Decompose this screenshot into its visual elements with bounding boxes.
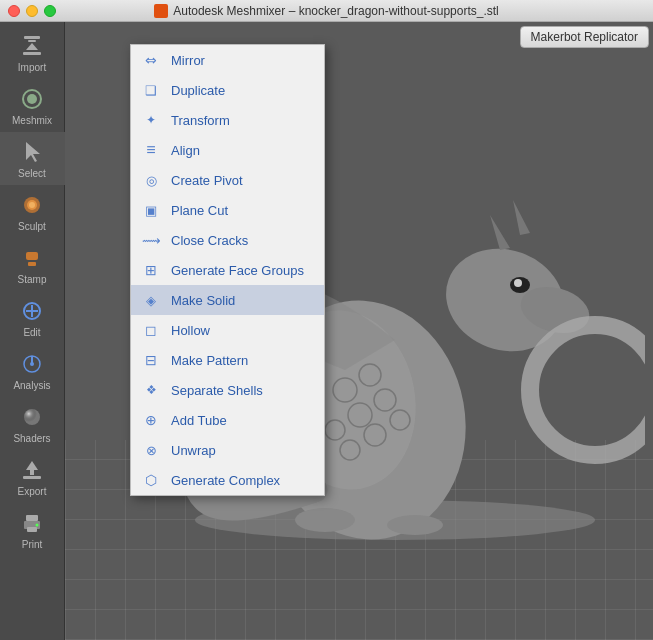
shells-icon <box>141 380 161 400</box>
svg-rect-22 <box>30 470 34 475</box>
svg-point-17 <box>30 362 34 366</box>
app-icon <box>154 4 168 18</box>
menu-label-makepattern: Make Pattern <box>171 353 248 368</box>
complex-icon <box>141 470 161 490</box>
sidebar-item-select[interactable]: Select <box>0 132 65 185</box>
mirror-icon <box>141 50 161 70</box>
pivot-icon <box>141 170 161 190</box>
app-body: Import Meshmix Select <box>0 22 653 640</box>
stamp-icon <box>18 244 46 272</box>
menu-item-duplicate[interactable]: Duplicate <box>131 75 324 105</box>
closecracks-icon <box>141 230 161 250</box>
menu-label-hollow: Hollow <box>171 323 210 338</box>
export-icon <box>18 456 46 484</box>
edit-icon <box>18 297 46 325</box>
svg-marker-34 <box>490 215 510 250</box>
menu-label-align: Align <box>171 143 200 158</box>
svg-point-46 <box>387 515 443 535</box>
svg-point-19 <box>24 409 40 425</box>
sidebar-label-export: Export <box>18 486 47 497</box>
menu-label-planecut: Plane Cut <box>171 203 228 218</box>
menu-label-makesolid: Make Solid <box>171 293 235 308</box>
sidebar-item-print[interactable]: Print <box>0 503 65 556</box>
svg-rect-3 <box>23 52 41 55</box>
sidebar-item-sculpt[interactable]: Sculpt <box>0 185 65 238</box>
planecut-icon <box>141 200 161 220</box>
svg-point-26 <box>36 524 39 527</box>
menu-label-facegroups: Generate Face Groups <box>171 263 304 278</box>
menu-label-addtube: Add Tube <box>171 413 227 428</box>
select-icon <box>18 138 46 166</box>
sidebar-item-import[interactable]: Import <box>0 26 65 79</box>
meshmix-icon <box>18 85 46 113</box>
menu-label-createpivot: Create Pivot <box>171 173 243 188</box>
sidebar-label-import: Import <box>18 62 46 73</box>
sidebar-item-shaders[interactable]: Shaders <box>0 397 65 450</box>
menu-item-planecut[interactable]: Plane Cut <box>131 195 324 225</box>
sidebar-item-stamp[interactable]: Stamp <box>0 238 65 291</box>
svg-point-33 <box>514 279 522 287</box>
pattern-icon <box>141 350 161 370</box>
facegroups-icon <box>141 260 161 280</box>
menu-label-mirror: Mirror <box>171 53 205 68</box>
edit-menu: Mirror Duplicate Transform Align Create … <box>130 44 325 496</box>
window-title: Autodesk Meshmixer – knocker_dragon-with… <box>173 4 499 18</box>
title-bar: Autodesk Meshmixer – knocker_dragon-with… <box>0 0 653 22</box>
close-button[interactable] <box>8 5 20 17</box>
sidebar-label-print: Print <box>22 539 43 550</box>
sidebar-item-export[interactable]: Export <box>0 450 65 503</box>
sidebar-label-analysis: Analysis <box>13 380 50 391</box>
sidebar-label-edit: Edit <box>23 327 40 338</box>
menu-item-facegroups[interactable]: Generate Face Groups <box>131 255 324 285</box>
align-icon <box>141 140 161 160</box>
minimize-button[interactable] <box>26 5 38 17</box>
menu-item-transform[interactable]: Transform <box>131 105 324 135</box>
menu-item-align[interactable]: Align <box>131 135 324 165</box>
menu-item-closecracks[interactable]: Close Cracks <box>131 225 324 255</box>
sidebar-item-analysis[interactable]: Analysis <box>0 344 65 397</box>
svg-rect-0 <box>24 36 40 39</box>
menu-label-generatecomplex: Generate Complex <box>171 473 280 488</box>
svg-rect-20 <box>23 476 41 479</box>
sidebar-item-meshmix[interactable]: Meshmix <box>0 79 65 132</box>
svg-rect-25 <box>27 527 37 532</box>
sidebar: Import Meshmix Select <box>0 22 65 640</box>
svg-point-45 <box>295 508 355 532</box>
menu-item-separateshells[interactable]: Separate Shells <box>131 375 324 405</box>
svg-rect-11 <box>28 262 36 266</box>
menu-item-makesolid[interactable]: Make Solid <box>131 285 324 315</box>
svg-marker-21 <box>26 461 38 470</box>
svg-rect-10 <box>26 252 38 260</box>
menu-label-separateshells: Separate Shells <box>171 383 263 398</box>
viewport[interactable]: Makerbot Replicator <box>65 22 653 640</box>
sidebar-label-select: Select <box>18 168 46 179</box>
sculpt-icon <box>18 191 46 219</box>
sidebar-label-shaders: Shaders <box>13 433 50 444</box>
menu-label-unwrap: Unwrap <box>171 443 216 458</box>
shaders-icon <box>18 403 46 431</box>
menu-label-closecracks: Close Cracks <box>171 233 248 248</box>
makesolid-icon <box>141 290 161 310</box>
menu-item-hollow[interactable]: Hollow <box>131 315 324 345</box>
sidebar-label-stamp: Stamp <box>18 274 47 285</box>
tube-icon <box>141 410 161 430</box>
sidebar-label-sculpt: Sculpt <box>18 221 46 232</box>
menu-item-generatecomplex[interactable]: Generate Complex <box>131 465 324 495</box>
menu-item-unwrap[interactable]: Unwrap <box>131 435 324 465</box>
svg-marker-35 <box>513 200 530 235</box>
menu-item-makepattern[interactable]: Make Pattern <box>131 345 324 375</box>
import-icon <box>18 32 46 60</box>
menu-item-addtube[interactable]: Add Tube <box>131 405 324 435</box>
menu-item-mirror[interactable]: Mirror <box>131 45 324 75</box>
hollow-icon <box>141 320 161 340</box>
sidebar-item-edit[interactable]: Edit <box>0 291 65 344</box>
menu-item-createpivot[interactable]: Create Pivot <box>131 165 324 195</box>
svg-point-9 <box>29 202 35 208</box>
svg-marker-6 <box>26 142 40 162</box>
maximize-button[interactable] <box>44 5 56 17</box>
print-icon <box>18 509 46 537</box>
makerbot-button[interactable]: Makerbot Replicator <box>520 26 649 48</box>
menu-label-transform: Transform <box>171 113 230 128</box>
svg-point-36 <box>530 325 645 455</box>
transform-icon <box>141 110 161 130</box>
